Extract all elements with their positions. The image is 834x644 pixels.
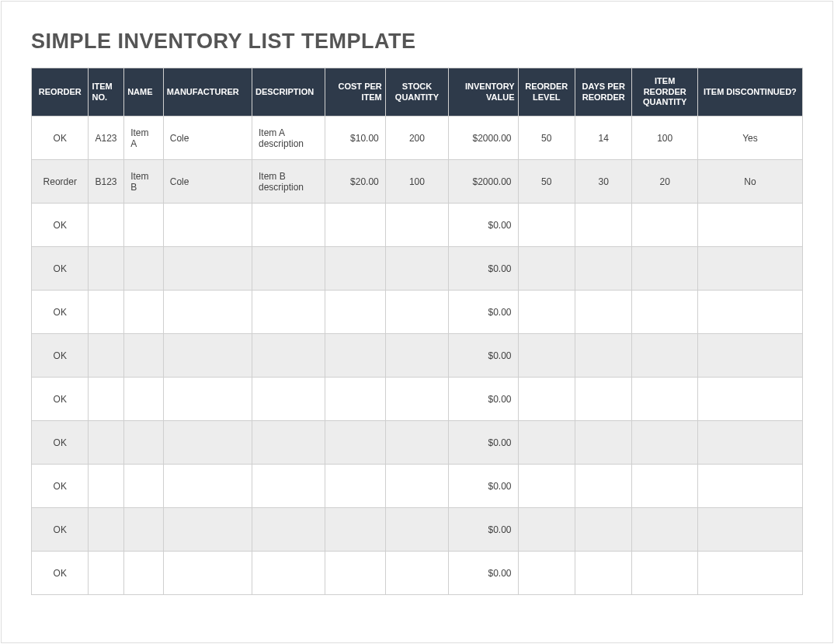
cell-cost[interactable] [325,247,385,291]
cell-cost[interactable] [325,378,385,421]
cell-reorder-quantity[interactable] [632,465,697,508]
cell-stock[interactable] [385,204,448,247]
cell-name[interactable] [124,465,164,508]
cell-days-per-reorder[interactable] [575,465,632,508]
cell-reorder[interactable]: OK [32,465,89,508]
cell-inventory-value[interactable]: $0.00 [449,465,518,508]
cell-cost[interactable]: $20.00 [325,160,385,204]
cell-discontinued[interactable] [697,247,802,291]
cell-inventory-value[interactable]: $2000.00 [449,160,518,204]
cell-reorder-quantity[interactable] [632,334,697,378]
cell-description[interactable] [252,291,325,334]
cell-discontinued[interactable]: Yes [697,117,802,160]
cell-discontinued[interactable] [697,204,802,247]
cell-manufacturer[interactable] [163,465,252,508]
cell-reorder-level[interactable]: 50 [518,117,575,160]
cell-manufacturer[interactable] [163,552,252,595]
cell-cost[interactable] [325,204,385,247]
cell-discontinued[interactable] [697,378,802,421]
cell-days-per-reorder[interactable] [575,247,632,291]
cell-description[interactable] [252,247,325,291]
cell-manufacturer[interactable]: Cole [163,160,252,204]
cell-inventory-value[interactable]: $0.00 [449,508,518,552]
cell-reorder-quantity[interactable] [632,378,697,421]
cell-cost[interactable] [325,508,385,552]
cell-description[interactable] [252,552,325,595]
cell-description[interactable] [252,421,325,465]
cell-reorder-level[interactable] [518,421,575,465]
cell-manufacturer[interactable] [163,334,252,378]
cell-inventory-value[interactable]: $2000.00 [449,117,518,160]
cell-discontinued[interactable] [697,465,802,508]
cell-stock[interactable]: 100 [385,160,448,204]
cell-item-no[interactable]: B123 [89,160,124,204]
cell-discontinued[interactable] [697,552,802,595]
cell-name[interactable] [124,334,164,378]
cell-cost[interactable] [325,465,385,508]
cell-name[interactable] [124,291,164,334]
cell-reorder[interactable]: OK [32,552,89,595]
cell-name[interactable] [124,552,164,595]
cell-cost[interactable]: $10.00 [325,117,385,160]
cell-discontinued[interactable]: No [697,160,802,204]
cell-inventory-value[interactable]: $0.00 [449,421,518,465]
cell-reorder-level[interactable] [518,247,575,291]
cell-reorder-level[interactable] [518,552,575,595]
cell-name[interactable]: Item A [124,117,164,160]
cell-item-no[interactable] [89,291,124,334]
cell-reorder-quantity[interactable] [632,291,697,334]
cell-stock[interactable] [385,291,448,334]
cell-stock[interactable] [385,421,448,465]
cell-reorder-level[interactable] [518,378,575,421]
cell-description[interactable] [252,465,325,508]
cell-reorder[interactable]: Reorder [32,160,89,204]
cell-inventory-value[interactable]: $0.00 [449,204,518,247]
cell-item-no[interactable]: A123 [89,117,124,160]
cell-description[interactable] [252,378,325,421]
cell-description[interactable]: Item A description [252,117,325,160]
cell-item-no[interactable] [89,247,124,291]
cell-item-no[interactable] [89,465,124,508]
cell-description[interactable] [252,334,325,378]
cell-reorder-level[interactable] [518,508,575,552]
cell-item-no[interactable] [89,552,124,595]
cell-item-no[interactable] [89,204,124,247]
cell-reorder[interactable]: OK [32,204,89,247]
cell-cost[interactable] [325,334,385,378]
cell-stock[interactable] [385,334,448,378]
cell-days-per-reorder[interactable] [575,378,632,421]
cell-manufacturer[interactable] [163,508,252,552]
cell-reorder[interactable]: OK [32,247,89,291]
cell-reorder[interactable]: OK [32,508,89,552]
cell-days-per-reorder[interactable]: 30 [575,160,632,204]
cell-manufacturer[interactable] [163,291,252,334]
cell-description[interactable] [252,508,325,552]
cell-reorder-quantity[interactable] [632,421,697,465]
cell-name[interactable]: Item B [124,160,164,204]
cell-inventory-value[interactable]: $0.00 [449,291,518,334]
cell-inventory-value[interactable]: $0.00 [449,552,518,595]
cell-manufacturer[interactable] [163,247,252,291]
cell-reorder-quantity[interactable] [632,552,697,595]
cell-discontinued[interactable] [697,508,802,552]
cell-days-per-reorder[interactable] [575,508,632,552]
cell-days-per-reorder[interactable] [575,552,632,595]
cell-manufacturer[interactable] [163,421,252,465]
cell-manufacturer[interactable]: Cole [163,117,252,160]
cell-name[interactable] [124,204,164,247]
cell-reorder[interactable]: OK [32,291,89,334]
cell-name[interactable] [124,378,164,421]
cell-reorder-level[interactable] [518,334,575,378]
cell-inventory-value[interactable]: $0.00 [449,378,518,421]
cell-days-per-reorder[interactable] [575,291,632,334]
cell-stock[interactable]: 200 [385,117,448,160]
cell-stock[interactable] [385,378,448,421]
cell-cost[interactable] [325,552,385,595]
cell-discontinued[interactable] [697,291,802,334]
cell-days-per-reorder[interactable] [575,204,632,247]
cell-discontinued[interactable] [697,421,802,465]
cell-stock[interactable] [385,247,448,291]
cell-reorder-level[interactable]: 50 [518,160,575,204]
cell-reorder-level[interactable] [518,204,575,247]
cell-cost[interactable] [325,291,385,334]
